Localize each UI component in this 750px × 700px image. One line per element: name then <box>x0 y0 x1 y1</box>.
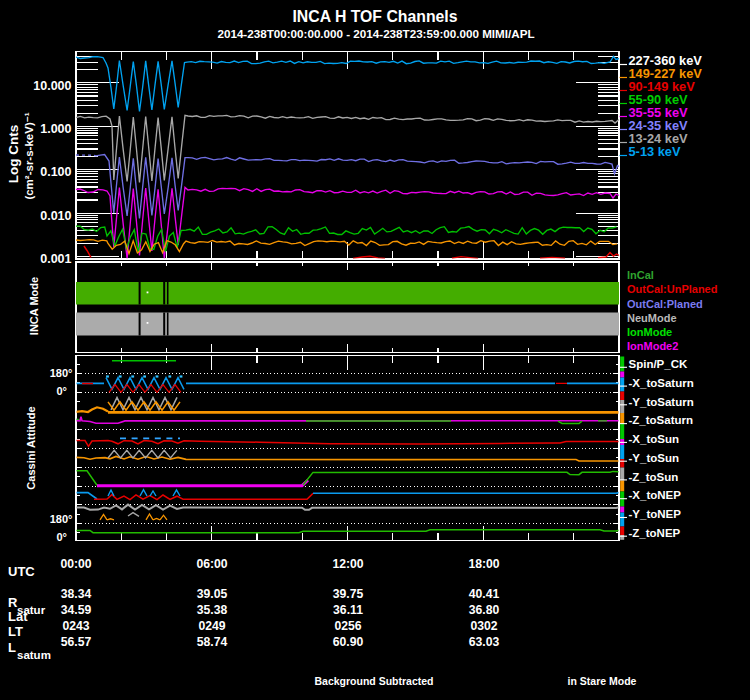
svg-text:39.05: 39.05 <box>197 587 228 601</box>
svg-text:63.03: 63.03 <box>469 635 500 649</box>
svg-text:INCA Mode: INCA Mode <box>28 277 40 335</box>
svg-text:1.000: 1.000 <box>40 122 71 136</box>
svg-text:UTC: UTC <box>8 564 35 579</box>
svg-text:36.11: 36.11 <box>333 603 363 617</box>
svg-text:(cm²-sr-s-keV)⁻¹: (cm²-sr-s-keV)⁻¹ <box>23 112 35 199</box>
svg-text:InCal: InCal <box>627 269 654 281</box>
svg-text:0302: 0302 <box>470 619 497 633</box>
svg-text:Lat: Lat <box>8 609 28 624</box>
svg-text:38.34: 38.34 <box>61 587 92 601</box>
svg-text:IonMode2: IonMode2 <box>627 340 678 352</box>
svg-text:Background Subtracted: Background Subtracted <box>314 675 433 687</box>
svg-text:18:00: 18:00 <box>468 557 499 571</box>
svg-text:NeuMode: NeuMode <box>627 312 677 324</box>
svg-text:-Z_toNEP: -Z_toNEP <box>629 527 681 539</box>
svg-text:OutCal:Planed: OutCal:Planed <box>627 298 703 310</box>
svg-text:34.59: 34.59 <box>61 603 92 617</box>
svg-text:0249: 0249 <box>198 619 225 633</box>
svg-text:180°: 180° <box>50 367 73 379</box>
svg-text:0.001: 0.001 <box>40 252 71 266</box>
svg-text:0.010: 0.010 <box>40 209 71 223</box>
svg-text:in Stare Mode: in Stare Mode <box>568 675 637 687</box>
svg-text:56.57: 56.57 <box>61 635 92 649</box>
svg-text:06:00: 06:00 <box>196 557 227 571</box>
svg-text:180°: 180° <box>50 513 73 525</box>
svg-text:5-13 keV: 5-13 keV <box>629 144 681 159</box>
svg-text:40.41: 40.41 <box>469 587 500 601</box>
svg-text:IonMode: IonMode <box>627 326 672 338</box>
svg-text:-X_toNEP: -X_toNEP <box>629 489 682 501</box>
svg-text:LT: LT <box>8 624 23 639</box>
svg-text:60.90: 60.90 <box>333 635 364 649</box>
svg-text:-Z_toSaturn: -Z_toSaturn <box>629 414 694 426</box>
svg-text:INCA H TOF Channels: INCA H TOF Channels <box>292 8 457 25</box>
svg-text:-Y_toNEP: -Y_toNEP <box>629 508 682 520</box>
svg-text:39.75: 39.75 <box>333 587 364 601</box>
svg-text:satum: satum <box>17 649 51 661</box>
svg-text:0.100: 0.100 <box>40 165 71 179</box>
svg-text:10.000: 10.000 <box>33 79 71 93</box>
svg-text:0°: 0° <box>56 531 67 543</box>
svg-text:-X_toSun: -X_toSun <box>629 433 679 445</box>
svg-text:-Z_toSun: -Z_toSun <box>629 471 679 483</box>
svg-text:58.74: 58.74 <box>197 635 228 649</box>
svg-text:0243: 0243 <box>62 619 89 633</box>
svg-text:36.80: 36.80 <box>469 603 500 617</box>
svg-text:-Y_toSaturn: -Y_toSaturn <box>629 396 694 408</box>
svg-text:2014-238T00:00:00.000 - 2014-2: 2014-238T00:00:00.000 - 2014-238T23:59:0… <box>217 27 534 40</box>
svg-text:OutCal:UnPlaned: OutCal:UnPlaned <box>627 283 717 295</box>
svg-text:0256: 0256 <box>334 619 361 633</box>
svg-text:L: L <box>8 640 16 655</box>
svg-text:00:00: 00:00 <box>60 557 91 571</box>
svg-text:Cassini Attitude: Cassini Attitude <box>25 406 37 489</box>
svg-text:0°: 0° <box>56 385 67 397</box>
svg-text:Log Cnts: Log Cnts <box>6 125 21 184</box>
svg-text:Spin/P_CK: Spin/P_CK <box>629 358 688 370</box>
svg-text:-X_toSaturn: -X_toSaturn <box>629 377 694 389</box>
svg-text:12:00: 12:00 <box>332 557 363 571</box>
svg-text:-Y_toSun: -Y_toSun <box>629 452 679 464</box>
svg-text:35.38: 35.38 <box>197 603 228 617</box>
